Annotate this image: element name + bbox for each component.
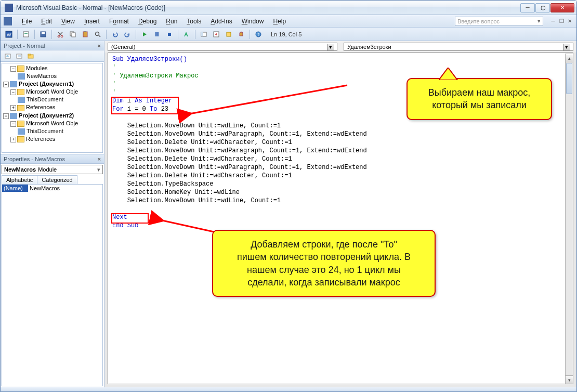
menu-view[interactable]: View [58,17,78,26]
tree-node-project2[interactable]: −Project (Документ2) [3,112,101,120]
view-object-button[interactable] [14,51,24,61]
menu-tools[interactable]: Tools [183,17,205,26]
svg-rect-16 [168,33,171,36]
property-value[interactable]: NewMacros [28,185,102,192]
titlebar-text: Microsoft Visual Basic - Normal - [NewMa… [16,4,520,11]
copy-button[interactable] [68,29,78,40]
scroll-up-button[interactable]: ▴ [566,54,573,62]
svg-rect-9 [72,33,75,37]
menu-help[interactable]: Help [269,17,290,26]
tree-node-mswo1[interactable]: −Microsoft Word Obje [3,88,101,96]
procedure-combo[interactable]: Удаляем3строки ▾ [344,43,573,51]
run-button[interactable] [139,29,150,40]
tab-categorized[interactable]: Categorized [37,175,77,184]
menu-window[interactable]: Window [238,17,268,26]
scroll-down-button[interactable]: ▾ [566,375,573,384]
callout-top: Выбираем наш макрос, который мы записали [406,78,552,120]
paste-button[interactable] [80,29,90,40]
tree-node-refs2[interactable]: +References [3,135,101,143]
tree-node-thisdoc1[interactable]: ThisDocument [3,96,101,103]
svg-rect-18 [201,32,203,36]
procedure-combo-value: Удаляем3строки [347,44,391,50]
chevron-down-icon: ▾ [563,44,570,50]
help-button[interactable]: ? [253,29,264,40]
tree-node-refs1[interactable]: +References [3,103,101,111]
mdi-close-button[interactable]: ✕ [566,18,573,25]
window-controls: ─ ▢ ✕ [520,3,574,12]
insert-module-button[interactable] [21,29,31,40]
menu-addins[interactable]: Add-Ins [207,17,235,26]
view-word-button[interactable]: W [4,29,14,40]
toggle-folders-button[interactable] [25,51,36,61]
tree-node-thisdoc2[interactable]: ThisDocument [3,127,101,135]
project-panel-close[interactable]: × [98,43,101,49]
svg-text:W: W [7,32,11,37]
menu-insert[interactable]: Insert [81,17,103,26]
mdi-window-controls: ─ ❐ ✕ [549,18,573,25]
menu-debug[interactable]: Debug [135,17,160,26]
code-scrollbar[interactable]: ▴ ▾ [565,54,573,384]
svg-rect-10 [83,32,87,37]
minimize-button[interactable]: ─ [520,3,535,12]
properties-object-combo[interactable]: NewMacros Module ▾ [2,165,103,174]
svg-rect-25 [18,55,21,57]
svg-point-12 [96,32,99,35]
view-code-button[interactable] [3,51,13,61]
scroll-thumb[interactable] [566,63,572,94]
project-tree[interactable]: −Modules NewMacros −Project (Документ1) … [2,63,103,153]
toolbox-button[interactable] [236,29,246,40]
svg-rect-14 [155,32,157,36]
cut-button[interactable] [55,29,65,40]
callout-bottom: Добавляем строки, где после "To" пишем к… [212,230,436,297]
help-search-input[interactable]: Введите вопрос▾ [455,17,543,26]
project-panel: Project - Normal × −Modules NewMacros −P… [1,41,104,154]
cursor-position-label: Ln 19, Col 5 [271,31,301,37]
mdi-minimize-button[interactable]: ─ [549,18,557,25]
save-button[interactable] [38,29,48,40]
object-browser-button[interactable] [224,29,234,40]
tree-node-project1[interactable]: −Project (Документ1) [3,80,101,88]
properties-button[interactable] [211,29,221,40]
code-editor[interactable]: Sub Удаляем3строки() ' ' Удаляем3строки … [108,53,573,384]
properties-panel-header: Properties - NewMacros × [1,154,104,164]
svg-rect-3 [24,33,28,34]
break-button[interactable] [152,29,162,40]
menu-run[interactable]: Run [162,17,181,26]
design-mode-button[interactable] [181,29,192,40]
project-toolbar [1,50,104,62]
svg-line-13 [99,35,100,37]
svg-rect-2 [23,32,29,37]
properties-panel-close[interactable]: × [98,156,101,162]
code-area: (General) ▾ Удаляем3строки ▾ Sub Удаляем… [104,41,576,387]
property-row-name[interactable]: (Name) NewMacros [2,185,102,192]
project-explorer-button[interactable] [199,29,209,40]
svg-rect-27 [28,54,31,55]
reset-button[interactable] [164,29,175,40]
menu-file[interactable]: File [18,17,35,26]
titlebar: Microsoft Visual Basic - Normal - [NewMa… [1,1,576,15]
undo-button[interactable] [110,29,120,40]
code-dropdowns: (General) ▾ Удаляем3строки ▾ [104,41,576,53]
tree-node-newmacros[interactable]: NewMacros [3,72,101,80]
maximize-button[interactable]: ▢ [535,3,550,12]
tree-node-modules[interactable]: −Modules [3,64,101,72]
statusbar [1,387,576,391]
properties-grid[interactable]: (Name) NewMacros [2,184,103,386]
chevron-down-icon: ▾ [327,44,334,50]
vb-icon [4,17,12,25]
svg-rect-5 [42,32,45,34]
close-button[interactable]: ✕ [550,3,574,12]
main-area: Project - Normal × −Modules NewMacros −P… [1,41,576,387]
properties-object-type: Module [38,166,57,173]
find-button[interactable] [93,29,103,40]
tree-node-mswo2[interactable]: −Microsoft Word Obje [3,120,101,127]
properties-tabs: Alphabetic Categorized [2,175,103,184]
object-combo[interactable]: (General) ▾ [108,43,337,51]
menu-format[interactable]: Format [106,17,133,26]
menu-edit[interactable]: Edit [37,17,56,26]
properties-object-name: NewMacros [4,166,36,173]
mdi-restore-button[interactable]: ❐ [558,18,565,25]
callout-bottom-text: Добавляем строки, где после "To" пишем к… [237,239,411,288]
tab-alphabetic[interactable]: Alphabetic [2,175,37,184]
redo-button[interactable] [122,29,133,40]
